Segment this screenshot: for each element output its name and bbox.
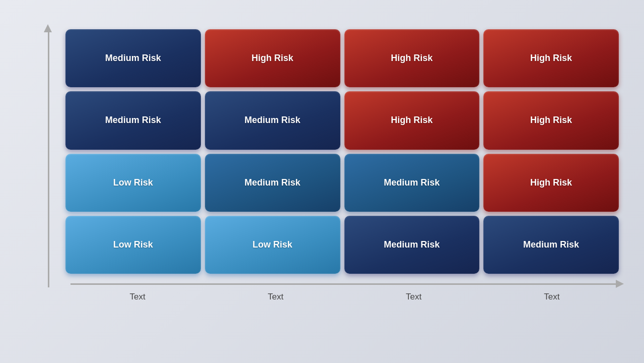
matrix-container: Medium RiskHigh RiskHigh RiskHigh RiskMe… bbox=[60, 24, 624, 307]
slide: Medium RiskHigh RiskHigh RiskHigh RiskMe… bbox=[0, 0, 644, 363]
cell-r0-c1: High Risk bbox=[205, 29, 340, 87]
x-label-4: Text bbox=[485, 292, 619, 307]
cell-r3-c3: Medium Risk bbox=[483, 216, 619, 274]
x-label-3: Text bbox=[347, 292, 481, 307]
chart-area: Medium RiskHigh RiskHigh RiskHigh RiskMe… bbox=[20, 24, 624, 307]
y-axis-line bbox=[48, 28, 49, 287]
x-label-2: Text bbox=[208, 292, 342, 307]
cell-r3-c2: Medium Risk bbox=[344, 216, 480, 274]
cell-r2-c2: Medium Risk bbox=[344, 154, 480, 212]
cell-r1-c0: Medium Risk bbox=[65, 91, 201, 149]
y-axis bbox=[20, 24, 60, 307]
cell-r2-c3: High Risk bbox=[483, 154, 619, 212]
cell-r1-c2: High Risk bbox=[344, 91, 480, 149]
x-label-1: Text bbox=[70, 292, 204, 307]
cell-r0-c0: Medium Risk bbox=[65, 29, 201, 87]
cell-r3-c0: Low Risk bbox=[65, 216, 201, 274]
x-axis-line bbox=[70, 283, 616, 285]
cell-r0-c2: High Risk bbox=[344, 29, 480, 87]
cell-r1-c3: High Risk bbox=[483, 91, 619, 149]
x-labels: TextTextTextText bbox=[65, 289, 624, 307]
x-axis-line-row bbox=[65, 279, 624, 289]
cell-r0-c3: High Risk bbox=[483, 29, 619, 87]
x-arrow-head bbox=[616, 280, 624, 288]
cell-r2-c1: Medium Risk bbox=[205, 154, 340, 212]
x-axis-container: TextTextTextText bbox=[60, 279, 624, 307]
cell-r1-c1: Medium Risk bbox=[205, 91, 340, 149]
matrix-grid: Medium RiskHigh RiskHigh RiskHigh RiskMe… bbox=[60, 24, 624, 279]
cell-r2-c0: Low Risk bbox=[65, 154, 201, 212]
cell-r3-c1: Low Risk bbox=[205, 216, 340, 274]
